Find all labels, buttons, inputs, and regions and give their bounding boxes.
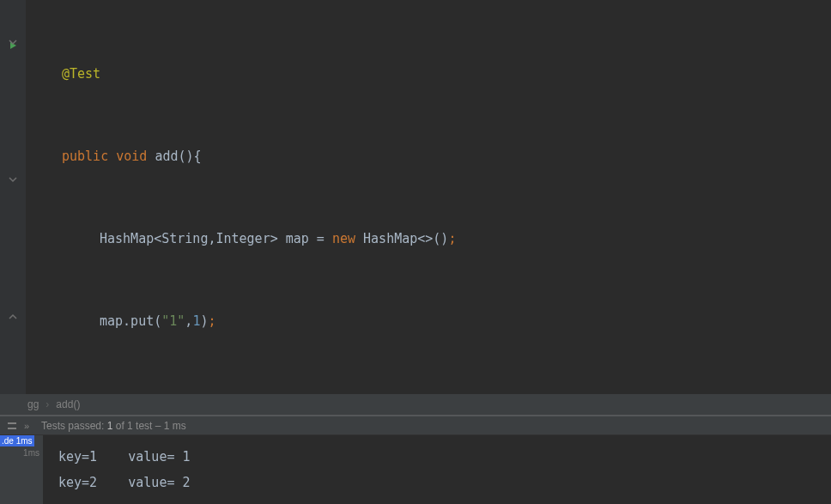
code-text: HashMap<String,Integer> map = [100, 231, 332, 246]
breadcrumb-item[interactable]: gg [27, 398, 39, 410]
status-time: – 1 ms [152, 420, 185, 432]
keyword-new: new [332, 231, 355, 246]
code-text: map.put( [100, 313, 161, 329]
code-text: HashMap<>() [355, 231, 448, 246]
layout-icon[interactable] [7, 421, 17, 431]
keyword-public: public [62, 149, 108, 164]
test-time: 1ms [0, 446, 43, 458]
string-literal: "1" [161, 313, 185, 329]
expand-icon[interactable]: » [24, 421, 34, 431]
semicolon: ; [448, 231, 456, 246]
run-panel: .de 1ms 1ms key=1 value= 1key=2 value= 2 [0, 435, 831, 504]
console-output[interactable]: key=1 value= 1key=2 value= 2 [43, 435, 831, 504]
run-toolbar: » Tests passed: 1 of 1 test – 1 ms [0, 416, 831, 435]
code-editor[interactable]: @Test public void add(){ HashMap<String,… [26, 0, 831, 394]
breadcrumb-separator: › [45, 398, 49, 410]
fold-icon[interactable] [9, 175, 17, 184]
output-line: key=1 value= 1 [58, 444, 831, 470]
gutter[interactable] [0, 0, 26, 394]
keyword-void: void [116, 149, 147, 164]
svg-text:»: » [24, 421, 29, 431]
method-name: add [155, 149, 178, 164]
test-badge[interactable]: .de 1ms [0, 435, 34, 446]
semicolon: ; [208, 313, 215, 329]
breadcrumb: gg › add() [0, 394, 831, 415]
fold-icon[interactable] [9, 38, 17, 46]
svg-rect-1 [8, 422, 16, 424]
test-status: Tests passed: 1 of 1 test – 1 ms [41, 420, 186, 432]
status-prefix: Tests passed: [41, 420, 107, 432]
fold-icon[interactable] [9, 313, 17, 321]
svg-rect-2 [8, 428, 16, 429]
output-line: key=2 value= 2 [58, 470, 831, 495]
status-of: of 1 test [112, 420, 152, 432]
editor-area: @Test public void add(){ HashMap<String,… [0, 0, 831, 394]
annotation: @Test [62, 66, 100, 82]
punct: (){ [178, 149, 201, 164]
breadcrumb-item[interactable]: add() [56, 398, 80, 410]
test-tree[interactable]: .de 1ms 1ms [0, 435, 43, 504]
